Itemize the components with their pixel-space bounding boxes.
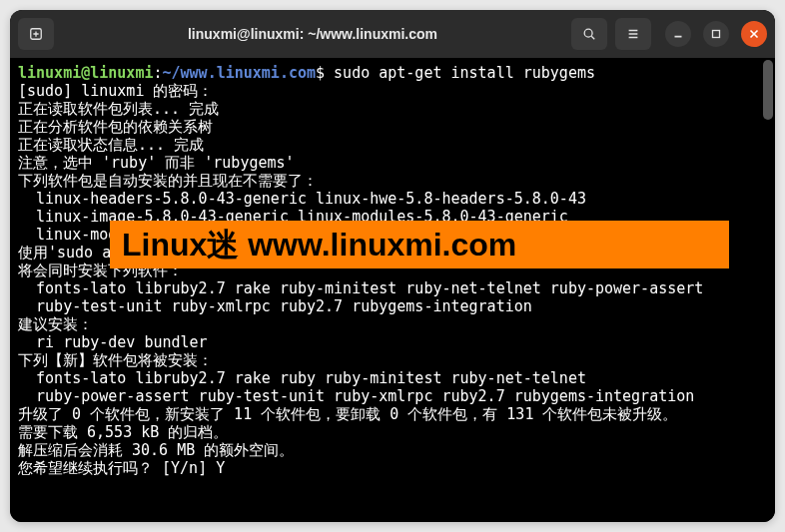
window-title: linuxmi@linuxmi: ~/www.linuxmi.com — [62, 26, 563, 42]
scrollbar[interactable] — [763, 60, 773, 120]
output-line: 解压缩后会消耗 30.6 MB 的额外空间。 — [18, 441, 767, 459]
output-line: 正在分析软件包的依赖关系树 — [18, 118, 767, 136]
output-line: 下列【新】软件包将被安装： — [18, 351, 767, 369]
output-line: 升级了 0 个软件包，新安装了 11 个软件包，要卸载 0 个软件包，有 131… — [18, 405, 767, 423]
output-line: 正在读取状态信息... 完成 — [18, 136, 767, 154]
output-line: 需要下载 6,553 kB 的归档。 — [18, 423, 767, 441]
output-line: ruby-power-assert ruby-test-unit ruby-xm… — [18, 387, 767, 405]
output-line: linux-headers-5.8.0-43-generic linux-hwe… — [18, 190, 767, 208]
output-line: fonts-lato libruby2.7 rake ruby ruby-min… — [18, 369, 767, 387]
prompt-dollar: $ — [316, 64, 334, 82]
search-button[interactable] — [571, 18, 607, 50]
prompt-path: ~/www.linuxmi.com — [163, 64, 317, 82]
output-line: [sudo] linuxmi 的密码： — [18, 82, 767, 100]
output-line: 注意，选中 'ruby' 而非 'rubygems' — [18, 154, 767, 172]
terminal-body[interactable]: linuxmi@linuxmi:~/www.linuxmi.com$ sudo … — [10, 58, 775, 522]
menu-button[interactable] — [615, 18, 651, 50]
output-line: ri ruby-dev bundler — [18, 333, 767, 351]
svg-point-3 — [584, 29, 592, 37]
output-line: 下列软件包是自动安装的并且现在不需要了： — [18, 172, 767, 190]
watermark-overlay: Linux迷 www.linuxmi.com — [110, 221, 729, 268]
output-line: 您希望继续执行吗？ [Y/n] Y — [18, 459, 767, 477]
command-text: sudo apt-get install rubygems — [334, 64, 595, 82]
watermark-text: Linux迷 www.linuxmi.com — [122, 236, 516, 254]
output-line: ruby-test-unit ruby-xmlrpc ruby2.7 rubyg… — [18, 297, 767, 315]
svg-line-4 — [591, 36, 594, 39]
terminal-window: linuxmi@linuxmi: ~/www.linuxmi.com — [10, 10, 775, 522]
svg-rect-9 — [713, 31, 720, 38]
minimize-button[interactable] — [665, 21, 691, 47]
close-button[interactable] — [741, 21, 767, 47]
new-tab-button[interactable] — [18, 18, 54, 50]
output-line: 建议安装： — [18, 315, 767, 333]
output-line: fonts-lato libruby2.7 rake ruby-minitest… — [18, 279, 767, 297]
titlebar: linuxmi@linuxmi: ~/www.linuxmi.com — [10, 10, 775, 58]
prompt-line: linuxmi@linuxmi:~/www.linuxmi.com$ sudo … — [18, 64, 767, 82]
prompt-separator: : — [153, 64, 162, 82]
maximize-button[interactable] — [703, 21, 729, 47]
output-line: 正在读取软件包列表... 完成 — [18, 100, 767, 118]
window-controls — [665, 21, 767, 47]
prompt-user-host: linuxmi@linuxmi — [18, 64, 153, 82]
